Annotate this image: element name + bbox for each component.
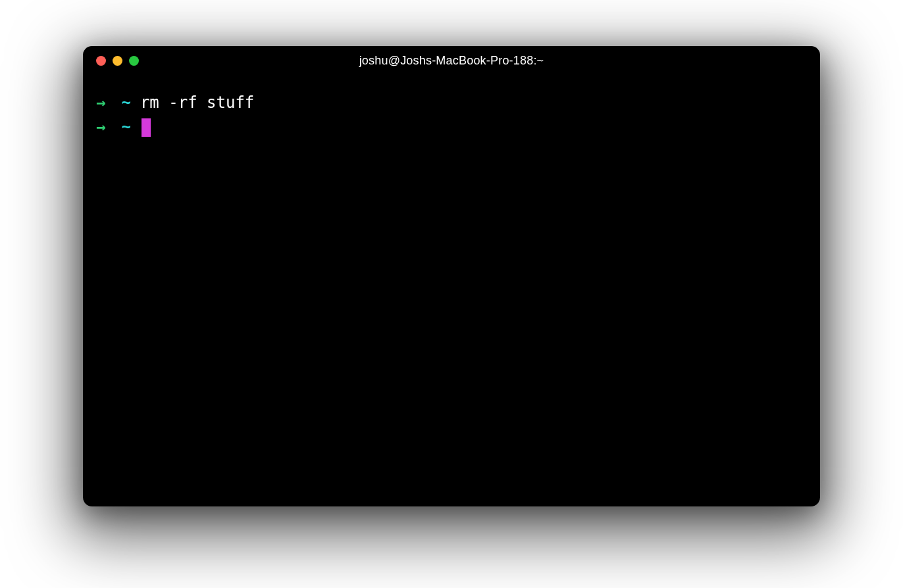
cursor (142, 118, 151, 137)
title-bar[interactable]: joshu@Joshs-MacBook-Pro-188:~ (83, 46, 820, 75)
maximize-button[interactable] (129, 56, 139, 66)
prompt-arrow-icon: → (96, 115, 105, 139)
traffic-lights (96, 56, 139, 66)
terminal-line: → ~ rm -rf stuff (96, 91, 807, 115)
prompt-path: ~ (121, 91, 130, 115)
close-button[interactable] (96, 56, 106, 66)
window-title: joshu@Joshs-MacBook-Pro-188:~ (96, 54, 807, 68)
terminal-window: joshu@Joshs-MacBook-Pro-188:~ → ~ rm -rf… (83, 46, 820, 506)
minimize-button[interactable] (113, 56, 122, 66)
command-text: rm -rf stuff (140, 91, 254, 115)
prompt-path: ~ (121, 115, 130, 139)
prompt-arrow-icon: → (96, 91, 105, 115)
terminal-body[interactable]: → ~ rm -rf stuff → ~ (83, 75, 820, 506)
terminal-line: → ~ (96, 115, 807, 139)
